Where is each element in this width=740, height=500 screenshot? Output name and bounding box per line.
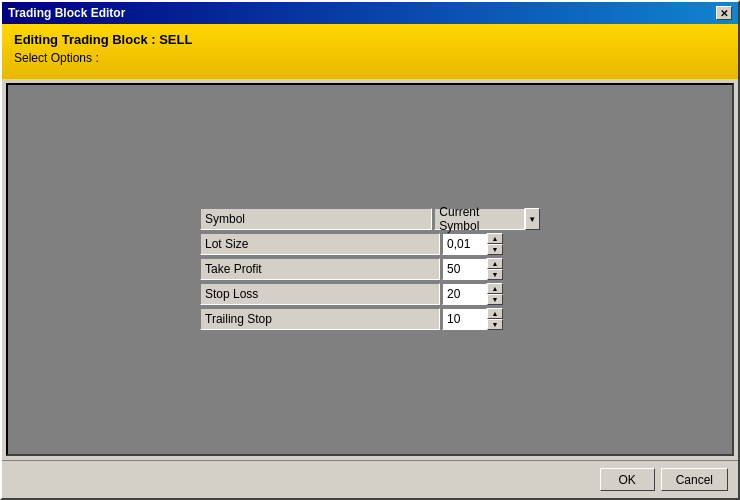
trailing-stop-up[interactable]: ▲	[487, 308, 503, 319]
stop-loss-label: Stop Loss	[200, 283, 440, 305]
editor-title: Editing Trading Block : SELL	[14, 32, 726, 47]
close-button[interactable]: ✕	[716, 6, 732, 20]
form-container: Symbol Current Symbol ▼ Lot Size 0,01 ▲ …	[200, 207, 540, 332]
bottom-bar: OK Cancel	[2, 460, 738, 498]
header-area: Editing Trading Block : SELL Select Opti…	[2, 24, 738, 79]
symbol-dropdown-btn[interactable]: ▼	[525, 208, 540, 230]
trailing-stop-spinner-buttons: ▲ ▼	[487, 308, 503, 330]
lot-size-down[interactable]: ▼	[487, 244, 503, 255]
trailing-stop-row: Trailing Stop 10 ▲ ▼	[200, 307, 540, 331]
stop-loss-input[interactable]: 20	[442, 283, 487, 305]
take-profit-spinner: 50 ▲ ▼	[442, 258, 503, 280]
take-profit-label: Take Profit	[200, 258, 440, 280]
lot-size-label: Lot Size	[200, 233, 440, 255]
trading-block-editor-window: Trading Block Editor ✕ Editing Trading B…	[0, 0, 740, 500]
title-bar: Trading Block Editor ✕	[2, 2, 738, 24]
trailing-stop-down[interactable]: ▼	[487, 319, 503, 330]
trailing-stop-input[interactable]: 10	[442, 308, 487, 330]
symbol-dropdown[interactable]: Current Symbol ▼	[434, 208, 540, 230]
editor-subtitle: Select Options :	[14, 51, 726, 65]
trailing-stop-label: Trailing Stop	[200, 308, 440, 330]
stop-loss-spinner: 20 ▲ ▼	[442, 283, 503, 305]
take-profit-input[interactable]: 50	[442, 258, 487, 280]
take-profit-spinner-buttons: ▲ ▼	[487, 258, 503, 280]
symbol-label: Symbol	[200, 208, 432, 230]
window-title: Trading Block Editor	[8, 6, 125, 20]
lot-size-spinner: 0,01 ▲ ▼	[442, 233, 503, 255]
stop-loss-row: Stop Loss 20 ▲ ▼	[200, 282, 540, 306]
cancel-button[interactable]: Cancel	[661, 468, 728, 491]
lot-size-up[interactable]: ▲	[487, 233, 503, 244]
lot-size-spinner-buttons: ▲ ▼	[487, 233, 503, 255]
ok-button[interactable]: OK	[600, 468, 655, 491]
symbol-row: Symbol Current Symbol ▼	[200, 207, 540, 231]
main-content: Symbol Current Symbol ▼ Lot Size 0,01 ▲ …	[6, 83, 734, 456]
trailing-stop-spinner: 10 ▲ ▼	[442, 308, 503, 330]
lot-size-input[interactable]: 0,01	[442, 233, 487, 255]
stop-loss-spinner-buttons: ▲ ▼	[487, 283, 503, 305]
symbol-value: Current Symbol	[434, 208, 524, 230]
take-profit-up[interactable]: ▲	[487, 258, 503, 269]
take-profit-down[interactable]: ▼	[487, 269, 503, 280]
stop-loss-down[interactable]: ▼	[487, 294, 503, 305]
stop-loss-up[interactable]: ▲	[487, 283, 503, 294]
lot-size-row: Lot Size 0,01 ▲ ▼	[200, 232, 540, 256]
take-profit-row: Take Profit 50 ▲ ▼	[200, 257, 540, 281]
